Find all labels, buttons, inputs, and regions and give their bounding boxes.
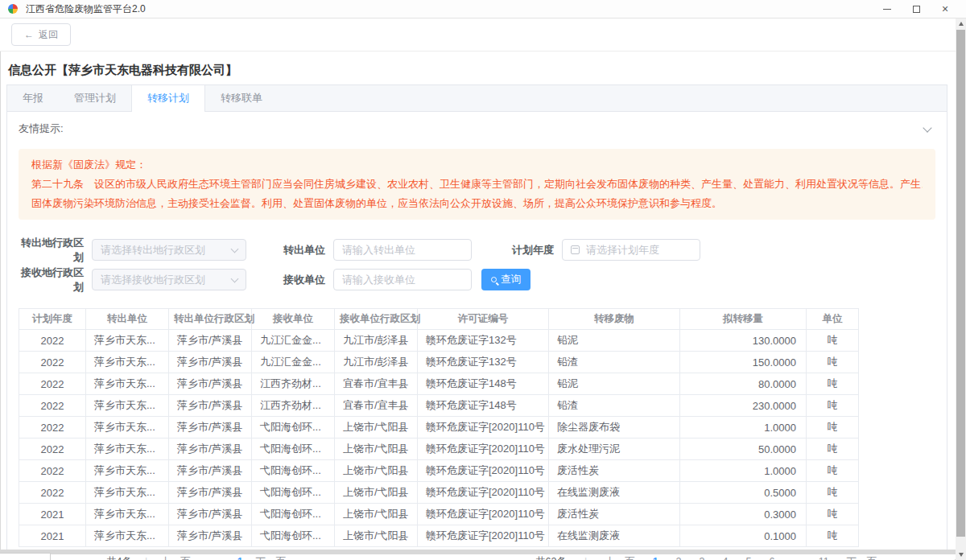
maximize-button[interactable] bbox=[902, 0, 931, 18]
pagination-page-3[interactable]: 3 bbox=[700, 555, 705, 560]
pagination-page-1[interactable]: 1 bbox=[237, 555, 243, 560]
pagination-page-5[interactable]: 5 bbox=[745, 555, 751, 560]
tab-1[interactable]: 管理计划 bbox=[59, 85, 131, 111]
cell-r5-c8: 吨 bbox=[807, 439, 859, 460]
back-button[interactable]: ← 返回 bbox=[11, 23, 71, 46]
tab-3[interactable]: 转移联单 bbox=[205, 85, 278, 111]
pagination-next-button[interactable]: 下一页 bbox=[847, 555, 877, 560]
chevron-down-icon bbox=[231, 245, 239, 253]
table-row: 2022萍乡市天东...萍乡市/芦溪县江西齐劲材...宜春市/宜丰县赣环危废证字… bbox=[19, 395, 859, 417]
pagination-page-2[interactable]: 2 bbox=[676, 555, 682, 560]
transfer-plan-table-wrap: 计划年度转出单位转出单位行政区划接收单位接收单位行政区划许可证编号转移废物拟转移… bbox=[19, 308, 947, 547]
notice-collapse-header[interactable]: 友情提示: bbox=[7, 112, 947, 142]
notice-box: 根据新《固废法》规定：第二十九条 设区的市级人民政府生态环境主管部门应当会同住房… bbox=[19, 149, 935, 220]
back-button-label: 返回 bbox=[39, 28, 58, 42]
pagination-next-button[interactable]: 下一页 bbox=[256, 555, 287, 560]
plan-year-label: 计划年度 bbox=[506, 243, 554, 257]
cell-r8-c8: 吨 bbox=[807, 504, 859, 525]
out-unit-input[interactable] bbox=[333, 239, 472, 261]
filter-row-1: 转出地行政区划 请选择转出地行政区划 转出单位 计划年度 请选择计划年度 bbox=[15, 239, 947, 261]
cell-r2-c5: 赣环危废证字148号 bbox=[418, 373, 549, 395]
notice-line-1: 第二十九条 设区的市级人民政府生态环境主管部门应当会同住房城乡建设、农业农村、卫… bbox=[31, 175, 923, 194]
cell-r7-c1: 萍乡市天东... bbox=[86, 482, 169, 504]
cell-r4-c7: 1.0000 bbox=[680, 417, 807, 439]
cell-r1-c7: 150.0000 bbox=[680, 352, 807, 373]
table-row: 2022萍乡市天东...萍乡市/芦溪县九江汇金金...九江市/彭泽县赣环危废证字… bbox=[19, 330, 859, 352]
pagination-total: 共62条 bbox=[535, 555, 567, 560]
table-row: 2022萍乡市天东...萍乡市/芦溪县弋阳海创环...上饶市/弋阳县赣环危废证字… bbox=[19, 439, 859, 460]
cell-r5-c7: 50.0000 bbox=[680, 439, 807, 460]
cell-r2-c8: 吨 bbox=[807, 373, 859, 395]
cell-r9-c4: 上饶市/弋阳县 bbox=[335, 525, 418, 547]
cell-r1-c0: 2022 bbox=[19, 352, 86, 373]
notice-title: 友情提示: bbox=[19, 121, 64, 136]
cell-r1-c4: 九江市/彭泽县 bbox=[335, 352, 418, 373]
column-header-5: 许可证编号 bbox=[418, 309, 549, 330]
cell-r5-c2: 萍乡市/芦溪县 bbox=[169, 439, 252, 460]
table-header-row: 计划年度转出单位转出单位行政区划接收单位接收单位行政区划许可证编号转移废物拟转移… bbox=[19, 309, 859, 330]
pagination-page-1[interactable]: 1 bbox=[653, 555, 658, 560]
cell-r8-c0: 2021 bbox=[19, 504, 86, 525]
back-arrow-icon: ← bbox=[24, 29, 34, 40]
cell-r2-c3: 江西齐劲材... bbox=[252, 373, 335, 395]
tab-0[interactable]: 年报 bbox=[7, 85, 59, 111]
search-button[interactable]: 查询 bbox=[481, 269, 530, 290]
cell-r0-c7: 130.0000 bbox=[680, 330, 807, 352]
cell-r7-c5: 赣环危废证字[2020]110号 bbox=[418, 482, 549, 504]
cell-r4-c0: 2022 bbox=[19, 417, 86, 439]
tab-2[interactable]: 转移计划 bbox=[131, 85, 205, 111]
cell-r8-c6: 废活性炭 bbox=[549, 504, 680, 525]
pagination-page-6[interactable]: 6 bbox=[769, 555, 774, 560]
out-region-select[interactable]: 请选择转出地行政区划 bbox=[92, 239, 246, 261]
minimize-button[interactable] bbox=[873, 0, 902, 18]
cell-r8-c1: 萍乡市天东... bbox=[86, 504, 169, 525]
pagination-page-4[interactable]: 4 bbox=[723, 555, 729, 560]
content-card: 年报管理计划转移计划转移联单 友情提示: 根据新《固废法》规定：第二十九条 设区… bbox=[6, 84, 947, 550]
pagination-page-11[interactable]: 11 bbox=[819, 555, 829, 560]
cell-r8-c7: 0.3000 bbox=[680, 504, 807, 525]
table-body: 2022萍乡市天东...萍乡市/芦溪县九江汇金金...九江市/彭泽县赣环危废证字… bbox=[19, 330, 859, 547]
cell-r2-c6: 铅泥 bbox=[549, 373, 680, 395]
minimize-icon bbox=[883, 9, 891, 10]
cell-r7-c7: 0.5000 bbox=[680, 482, 807, 504]
scroll-down-button[interactable] bbox=[956, 550, 966, 560]
column-header-1: 转出单位 bbox=[86, 309, 169, 330]
cell-r5-c6: 废水处理污泥 bbox=[549, 439, 680, 460]
cell-r3-c4: 宜春市/宜丰县 bbox=[335, 395, 418, 417]
cell-r1-c5: 赣环危废证字132号 bbox=[418, 352, 549, 373]
vertical-scrollbar[interactable] bbox=[956, 19, 966, 560]
cell-r1-c2: 萍乡市/芦溪县 bbox=[169, 352, 252, 373]
cell-r6-c8: 吨 bbox=[807, 460, 859, 482]
cell-r5-c4: 上饶市/弋阳县 bbox=[335, 439, 418, 460]
cell-r0-c0: 2022 bbox=[19, 330, 86, 352]
pagination-left: 共4条|上一页1下一页 bbox=[106, 555, 286, 560]
notice-line-2: 固体废物污染环境防治信息，主动接受社会监督。利用、处置固体废物的单位，应当依法向… bbox=[31, 194, 923, 213]
cell-r1-c3: 九江汇金金... bbox=[252, 352, 335, 373]
cell-r3-c7: 230.0000 bbox=[680, 395, 807, 417]
pagination-right: 共62条|上一页123456...11下一页 bbox=[535, 555, 877, 560]
pagination-prev-button[interactable]: 上一页 bbox=[160, 555, 191, 560]
cell-r6-c0: 2022 bbox=[19, 460, 86, 482]
scrollbar-thumb[interactable] bbox=[956, 30, 965, 537]
cell-r7-c3: 弋阳海创环... bbox=[252, 482, 335, 504]
column-header-2: 转出单位行政区划 bbox=[169, 309, 252, 330]
table-row: 2022萍乡市天东...萍乡市/芦溪县江西齐劲材...宜春市/宜丰县赣环危废证字… bbox=[19, 373, 859, 395]
pagination-total: 共4条 bbox=[106, 555, 132, 560]
chevron-down-icon[interactable] bbox=[923, 123, 931, 132]
plan-year-datepicker[interactable]: 请选择计划年度 bbox=[562, 239, 700, 261]
bottom-strip: 共4条|上一页1下一页 共62条|上一页123456...11下一页 bbox=[0, 554, 955, 560]
close-button[interactable]: × bbox=[931, 0, 960, 18]
pagination-ellipsis: ... bbox=[792, 555, 800, 560]
cell-r3-c6: 铅渣 bbox=[549, 395, 680, 417]
pagination-prev-button[interactable]: 上一页 bbox=[605, 555, 635, 560]
cell-r5-c1: 萍乡市天东... bbox=[86, 439, 169, 460]
in-region-select[interactable]: 请选择接收地行政区划 bbox=[92, 269, 246, 290]
in-unit-input[interactable] bbox=[333, 269, 472, 290]
page-title: 信息公开【萍乡市天东电器科技有限公司】 bbox=[0, 51, 966, 84]
cell-r1-c8: 吨 bbox=[807, 352, 859, 373]
scroll-up-button[interactable] bbox=[956, 19, 966, 29]
cell-r9-c0: 2021 bbox=[19, 525, 86, 547]
column-header-3: 接收单位 bbox=[252, 309, 335, 330]
cell-r2-c2: 萍乡市/芦溪县 bbox=[169, 373, 252, 395]
bottom-corner-box bbox=[0, 553, 51, 560]
